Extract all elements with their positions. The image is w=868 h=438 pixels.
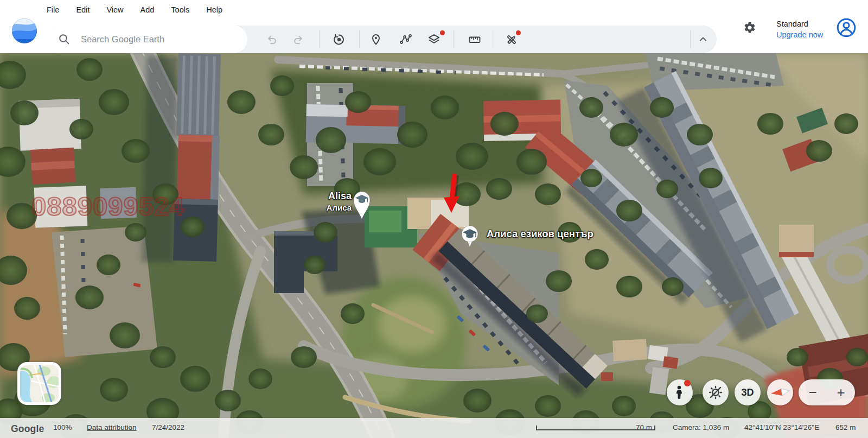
map-label-alisa-sub: Алиса	[327, 203, 352, 212]
account-avatar-icon[interactable]	[836, 17, 857, 38]
satellite-map[interactable]	[0, 53, 868, 438]
camera-altitude: Camera: 1,036 m	[673, 423, 729, 431]
watermark-phone: 0889099524	[31, 191, 185, 221]
google-earth-logo-icon[interactable]	[11, 18, 37, 44]
3d-toggle-button[interactable]: 3D	[735, 379, 761, 405]
menu-edit[interactable]: Edit	[76, 5, 90, 14]
pegman-badge	[684, 380, 691, 386]
coordinates: 42°41'10"N 23°14'26"E	[744, 423, 819, 431]
add-placemark-icon[interactable]	[369, 33, 382, 46]
header: File Edit View Add Tools Help	[0, 0, 868, 53]
draw-path-icon[interactable]	[399, 33, 412, 46]
layers-badge	[440, 30, 445, 35]
3d-label: 3D	[741, 387, 754, 398]
google-earth-app: 0889099524 Alisa Алиса Алиса езиков цент…	[0, 0, 868, 438]
layers-icon[interactable]	[427, 33, 441, 46]
scale-label: 70 m	[636, 423, 652, 431]
sun-light-button[interactable]	[703, 379, 729, 405]
imagery-date: 7/24/2022	[152, 423, 184, 431]
menu-help[interactable]: Help	[206, 5, 222, 14]
compass-button[interactable]	[767, 379, 793, 405]
historical-imagery-icon[interactable]	[333, 33, 346, 46]
elevation: 652 m	[835, 423, 856, 431]
measure-icon[interactable]	[468, 33, 481, 46]
upgrade-link[interactable]: Upgrade now	[776, 30, 823, 39]
zoom-out-button[interactable]: −	[799, 379, 827, 405]
collapse-toolbar-icon[interactable]	[697, 33, 710, 46]
status-bar: Google 100% Data attribution 7/24/2022 7…	[0, 418, 868, 438]
search-box[interactable]	[46, 26, 247, 53]
redo-icon[interactable]	[292, 33, 305, 46]
menu-tools[interactable]: Tools	[171, 5, 189, 14]
zoom-controls: − +	[799, 379, 855, 405]
settings-gear-icon[interactable]	[743, 21, 756, 34]
map-viewport[interactable]: 0889099524 Alisa Алиса Алиса езиков цент…	[0, 53, 868, 438]
search-input[interactable]	[81, 26, 238, 53]
imagery-zoom-percent: 100%	[53, 423, 72, 431]
undo-icon[interactable]	[265, 33, 278, 46]
menu-add[interactable]: Add	[141, 5, 155, 14]
tools-badge	[516, 30, 521, 35]
placemark-language-center[interactable]	[461, 225, 479, 248]
compass-needle-icon	[768, 380, 792, 404]
menu-view[interactable]: View	[106, 5, 123, 14]
plan-label: Standard	[776, 20, 808, 28]
minimap-image	[20, 365, 59, 402]
search-icon	[58, 33, 71, 46]
menu-file[interactable]: File	[47, 5, 59, 14]
map-label-alisa: Alisa	[328, 191, 352, 202]
overview-minimap[interactable]	[17, 362, 61, 405]
pegman-icon	[673, 385, 687, 400]
drawing-tools-icon[interactable]	[505, 33, 518, 46]
google-wordmark: Google	[11, 423, 44, 435]
map-label-language-center: Алиса езиков център	[487, 228, 593, 240]
menu-bar: File Edit View Add Tools Help	[47, 5, 222, 14]
placemark-alisa-pin[interactable]	[351, 189, 373, 223]
sun-off-icon	[708, 385, 723, 400]
data-attribution-link[interactable]: Data attribution	[87, 423, 137, 431]
zoom-in-button[interactable]: +	[827, 379, 855, 405]
